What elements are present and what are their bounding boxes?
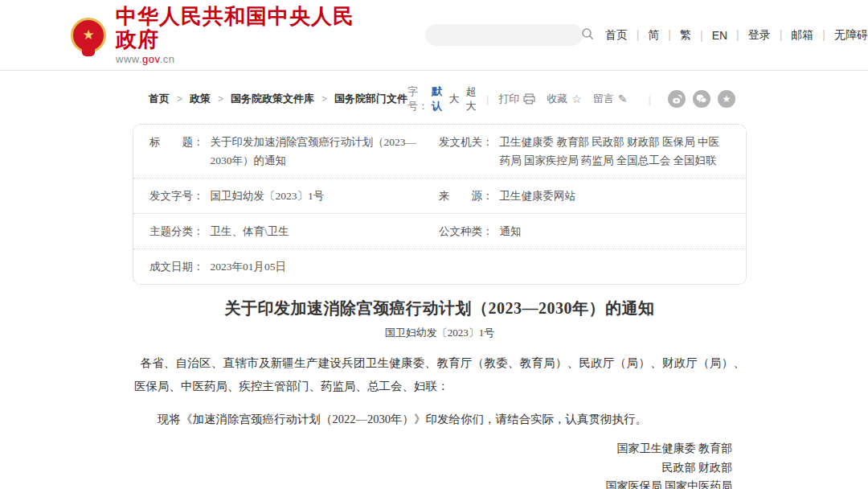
- breadcrumb-policy-library[interactable]: 国务院政策文件库: [211, 92, 314, 106]
- meta-topic-label: 主题分类：: [149, 222, 204, 240]
- breadcrumb-home[interactable]: 首页: [149, 92, 170, 106]
- signature-block: 国家卫生健康委 教育部 民政部 财政部 国家医保局 国家中医药局 国家疾控局 国…: [133, 439, 747, 489]
- signature-line: 民政部 财政部: [133, 458, 732, 478]
- meta-doc-no-label: 发文字号：: [149, 187, 204, 205]
- page: 中华人民共和国中央人民政府 www.gov.cn 首页 简 繁 EN 登录 邮箱…: [0, 0, 868, 489]
- meta-source: 来 源： 卫生健康委网站: [439, 187, 730, 205]
- nav-home[interactable]: 首页: [605, 28, 628, 43]
- font-size-label: 字号：: [407, 84, 428, 113]
- site-logo[interactable]: 中华人民共和国中央人民政府 www.gov.cn: [71, 5, 362, 65]
- share-weibo-button[interactable]: [668, 90, 686, 108]
- site-url: www.gov.cn: [116, 53, 362, 65]
- meta-row-topic-type: 主题分类： 卫生、体育\卫生 公文种类： 通知: [133, 213, 746, 249]
- signature-line: 国家医保局 国家中医药局: [133, 477, 732, 489]
- meta-title-value: 关于印发加速消除宫颈癌行动计划（2023—2030年）的通知: [211, 133, 430, 170]
- paragraph-instruction: 现将《加速消除宫颈癌行动计划（2022—2030年）》印发给你们，请结合实际，认…: [133, 408, 747, 431]
- font-size-default[interactable]: 默认: [432, 84, 442, 113]
- meta-row-docno-source: 发文字号： 国卫妇幼发〔2023〕1号 来 源： 卫生健康委网站: [133, 178, 746, 213]
- search-input[interactable]: [425, 24, 581, 46]
- meta-title-label: 标 题：: [149, 133, 204, 151]
- document-body: 关于印发加速消除宫颈癌行动计划（2023—2030年）的通知 国卫妇幼发〔202…: [133, 298, 747, 489]
- meta-topic-value: 卫生、体育\卫生: [211, 222, 289, 240]
- star-icon: ☆: [571, 92, 582, 105]
- share-star-icon: ★: [723, 94, 731, 104]
- favorite-button[interactable]: 收藏 ☆: [547, 92, 582, 106]
- meta-type-value: 通知: [500, 222, 522, 240]
- site-title: 中华人民共和国中央人民政府: [116, 5, 362, 51]
- share-wechat-button[interactable]: [693, 90, 710, 108]
- document-number: 国卫妇幼发〔2023〕1号: [133, 326, 747, 340]
- meta-source-label: 来 源：: [439, 187, 493, 205]
- message-label: 留言: [593, 92, 614, 106]
- url-prefix: www.: [116, 53, 142, 65]
- divider: |: [649, 93, 651, 105]
- meta-row-title-issuer: 标 题： 关于印发加速消除宫颈癌行动计划（2023—2030年）的通知 发文机关…: [133, 125, 746, 178]
- favorite-label: 收藏: [547, 92, 567, 106]
- url-gov: gov: [142, 53, 160, 65]
- nav-traditional[interactable]: 繁: [659, 28, 691, 43]
- meta-row-date: 成文日期： 2023年01月05日: [133, 249, 746, 284]
- meta-topic: 主题分类： 卫生、体育\卫生: [149, 222, 439, 240]
- print-label: 打印: [498, 92, 519, 106]
- page-tools: 字号： 默认 大 超大 | 打印 收藏 ☆ 留言 ✎ |: [407, 84, 735, 113]
- meta-issuer: 发文机关： 卫生健康委 教育部 民政部 财政部 医保局 中医药局 国家疾控局 药…: [439, 133, 730, 170]
- font-size-xlarge[interactable]: 超大: [465, 84, 476, 113]
- breadcrumb-department-docs[interactable]: 国务院部门文件: [314, 92, 407, 106]
- document-title: 关于印发加速消除宫颈癌行动计划（2023—2030年）的通知: [133, 298, 747, 319]
- meta-issuer-value: 卫生健康委 教育部 民政部 财政部 医保局 中医药局 国家疾控局 药监局 全国总…: [500, 133, 731, 170]
- meta-issuer-label: 发文机关：: [439, 133, 493, 151]
- nav-simplified[interactable]: 简: [628, 28, 660, 43]
- nav-mail[interactable]: 邮箱: [771, 28, 814, 43]
- meta-date-label: 成文日期：: [149, 257, 204, 276]
- signature-line: 国家卫生健康委 教育部: [133, 439, 732, 458]
- logo-text: 中华人民共和国中央人民政府 www.gov.cn: [116, 5, 362, 65]
- meta-type-label: 公文种类：: [439, 222, 493, 240]
- toolbar: 首页 政策 国务院政策文件库 国务院部门文件 字号： 默认 大 超大 | 打印 …: [133, 84, 747, 113]
- nav-english[interactable]: EN: [691, 29, 727, 42]
- meta-doc-no-value: 国卫妇幼发〔2023〕1号: [211, 187, 325, 205]
- paragraph-recipients: 各省、自治区、直辖市及新疆生产建设兵团卫生健康委、教育厅（教委、教育局）、民政厅…: [133, 351, 747, 398]
- meta-source-value: 卫生健康委网站: [500, 187, 576, 205]
- top-nav: 首页 简 繁 EN 登录 邮箱 无障碍: [605, 28, 868, 43]
- wechat-icon: [696, 94, 707, 104]
- breadcrumb: 首页 政策 国务院政策文件库 国务院部门文件: [149, 92, 407, 106]
- nav-login[interactable]: 登录: [727, 28, 771, 43]
- national-emblem-icon: [71, 18, 106, 53]
- divider: |: [486, 93, 489, 105]
- site-header: 中华人民共和国中央人民政府 www.gov.cn 首页 简 繁 EN 登录 邮箱…: [0, 0, 868, 71]
- meta-doc-no: 发文字号： 国卫妇幼发〔2023〕1号: [149, 187, 439, 205]
- pencil-icon: ✎: [618, 92, 628, 105]
- search-icon: [581, 27, 594, 43]
- breadcrumb-policy[interactable]: 政策: [170, 92, 211, 106]
- weibo-icon: [672, 94, 682, 105]
- share-qzone-button[interactable]: ★: [718, 90, 735, 108]
- message-button[interactable]: 留言 ✎: [593, 92, 628, 106]
- meta-title: 标 题： 关于印发加速消除宫颈癌行动计划（2023—2030年）的通知: [149, 133, 439, 170]
- meta-date: 成文日期： 2023年01月05日: [149, 257, 439, 276]
- font-size-large[interactable]: 大: [448, 92, 459, 106]
- share-icons: ★: [661, 90, 735, 108]
- meta-type: 公文种类： 通知: [439, 222, 730, 240]
- nav-accessibility[interactable]: 无障碍: [813, 28, 868, 43]
- print-button[interactable]: 打印: [498, 92, 535, 106]
- document-meta-box: 标 题： 关于印发加速消除宫颈癌行动计划（2023—2030年）的通知 发文机关…: [133, 124, 747, 285]
- printer-icon: [523, 93, 535, 105]
- search-button[interactable]: [581, 24, 594, 46]
- meta-date-value: 2023年01月05日: [211, 257, 287, 276]
- url-suffix: .cn: [160, 53, 175, 65]
- search-box[interactable]: [425, 24, 583, 46]
